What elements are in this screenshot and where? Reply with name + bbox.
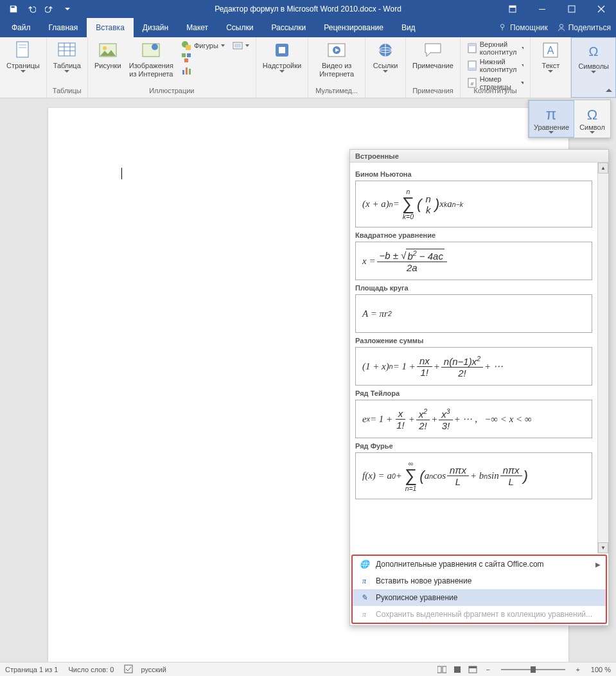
shapes-button[interactable]: Фигуры: [179, 40, 227, 51]
symbol-dropdown-button[interactable]: Ω Символ: [574, 100, 610, 138]
share-button[interactable]: Поделиться: [557, 23, 611, 32]
pictures-button[interactable]: Рисунки: [92, 39, 124, 71]
zoom-slider-thumb[interactable]: [531, 666, 536, 673]
svg-rect-33: [468, 67, 476, 70]
tab-layout[interactable]: Макет: [177, 18, 217, 37]
equation-binomial[interactable]: (x + a)n = n∑k=0 (nk) xkan−k: [355, 181, 592, 227]
text-button[interactable]: A Текст: [534, 39, 567, 74]
svg-rect-41: [125, 665, 132, 673]
ribbon-display-button[interactable]: [498, 0, 527, 18]
chart-button[interactable]: [179, 64, 194, 76]
svg-text:A: A: [547, 45, 554, 56]
tab-mailings[interactable]: Рассылки: [262, 18, 315, 37]
scroll-up-button[interactable]: ▲: [598, 163, 608, 173]
window-controls: [498, 0, 616, 18]
equation-title: Квадратное уравнение: [355, 231, 592, 239]
equation-gallery: Встроенные Бином Ньютона (x + a)n = n∑k=…: [349, 149, 609, 626]
read-mode-button[interactable]: [435, 664, 449, 675]
save-equation-icon: π: [359, 609, 369, 619]
print-layout-button[interactable]: [450, 664, 464, 675]
ink-icon: ✎: [359, 592, 369, 603]
tab-view[interactable]: Вид: [392, 18, 425, 37]
ink-equation[interactable]: ✎ Рукописное уравнение: [353, 589, 606, 606]
addins-icon: [272, 40, 292, 60]
collapse-ribbon-button[interactable]: [604, 86, 613, 95]
svg-point-11: [103, 46, 107, 50]
insert-new-equation[interactable]: π Вставить новое уравнение: [353, 573, 606, 589]
svg-rect-21: [189, 69, 191, 75]
tab-review[interactable]: Рецензирование: [315, 18, 392, 37]
scroll-down-button[interactable]: ▼: [598, 542, 608, 553]
web-layout-button[interactable]: [466, 664, 480, 675]
svg-rect-43: [443, 666, 446, 673]
equation-circle-area[interactable]: A = πr2: [355, 294, 592, 333]
equation-fourier[interactable]: f(x) = a0 + ∞∑n=1 (an cos nπxL + bn sin …: [355, 452, 592, 499]
pi-icon: π: [359, 576, 369, 586]
minimize-button[interactable]: [527, 0, 557, 18]
online-pictures-button[interactable]: Изображения из Интернета: [127, 39, 176, 79]
links-button[interactable]: Ссылки: [369, 39, 401, 74]
online-video-button[interactable]: Видео из Интернета: [312, 39, 361, 79]
page-indicator[interactable]: Страница 1 из 1: [5, 666, 58, 673]
proofing-button[interactable]: [124, 664, 133, 675]
svg-text:π: π: [546, 105, 557, 123]
svg-rect-9: [58, 43, 75, 56]
save-button[interactable]: [5, 1, 22, 17]
chevron-down-icon: [64, 70, 69, 73]
svg-rect-6: [17, 42, 28, 57]
addins-button[interactable]: Надстройки: [260, 39, 304, 74]
comment-button[interactable]: Примечание: [410, 39, 456, 71]
undo-button[interactable]: [23, 1, 40, 17]
omega-icon: Ω: [583, 40, 604, 61]
language-indicator[interactable]: русский: [141, 666, 166, 673]
qat-customize-icon[interactable]: [59, 1, 76, 17]
equation-dropdown-button[interactable]: π Уравнение: [529, 100, 574, 138]
zoom-in-button[interactable]: +: [571, 664, 585, 675]
svg-rect-7: [19, 44, 26, 46]
svg-rect-15: [186, 45, 191, 50]
equation-title: Бином Ньютона: [355, 170, 592, 178]
table-icon: [57, 40, 77, 60]
ribbon-tabs: Файл Главная Вставка Дизайн Макет Ссылки…: [0, 18, 616, 37]
tab-home[interactable]: Главная: [40, 18, 87, 37]
svg-point-4: [501, 24, 504, 28]
status-bar: Страница 1 из 1 Число слов: 0 русский − …: [0, 662, 616, 676]
zoom-slider[interactable]: [501, 669, 565, 670]
maximize-button[interactable]: [557, 0, 586, 18]
smartart-button[interactable]: [179, 52, 194, 64]
svg-rect-23: [234, 44, 241, 48]
quick-access-toolbar: [0, 1, 76, 17]
equation-title: Разложение суммы: [355, 337, 592, 344]
svg-rect-20: [186, 67, 188, 75]
tab-file[interactable]: Файл: [3, 18, 40, 37]
equation-sum-expansion[interactable]: (1 + x)n = 1 + nx1! + n(n−1)x22! + ⋯: [355, 347, 592, 386]
svg-rect-46: [469, 666, 477, 668]
tab-references[interactable]: Ссылки: [217, 18, 262, 37]
header-button[interactable]: Верхний колонтитул: [464, 40, 527, 57]
page-icon: [13, 40, 33, 60]
svg-text:Ω: Ω: [587, 107, 597, 123]
equation-quadratic[interactable]: x = −b ± √b2 − 4ac2a: [355, 242, 592, 280]
tell-me-search[interactable]: Помощник: [498, 23, 548, 32]
close-button[interactable]: [586, 0, 616, 18]
shapes-icon: [181, 40, 191, 51]
gallery-scrollbar[interactable]: ▲ ▼: [597, 163, 608, 553]
link-icon: [375, 40, 396, 60]
footer-button[interactable]: Нижний колонтитул: [464, 57, 527, 74]
svg-rect-3: [568, 6, 575, 12]
equation-taylor[interactable]: ex = 1 + x1! + x22! + x33! + ⋯ , −∞ < x …: [355, 400, 592, 438]
word-count[interactable]: Число слов: 0: [68, 666, 114, 673]
zoom-level[interactable]: 100 %: [591, 666, 611, 673]
screenshot-button[interactable]: [230, 40, 252, 51]
svg-text:Ω: Ω: [589, 44, 599, 58]
svg-rect-44: [454, 666, 461, 673]
more-equations-office-com[interactable]: 🌐 Дополнительные уравнения с сайта Offic…: [353, 556, 606, 573]
chart-icon: [181, 65, 191, 75]
tab-insert[interactable]: Вставка: [87, 18, 134, 37]
pages-button[interactable]: Страницы: [4, 39, 42, 74]
symbols-button[interactable]: Ω Символы: [576, 39, 612, 75]
redo-button[interactable]: [41, 1, 58, 17]
tab-design[interactable]: Дизайн: [134, 18, 177, 37]
zoom-out-button[interactable]: −: [481, 664, 495, 675]
table-button[interactable]: Таблица: [51, 39, 84, 74]
